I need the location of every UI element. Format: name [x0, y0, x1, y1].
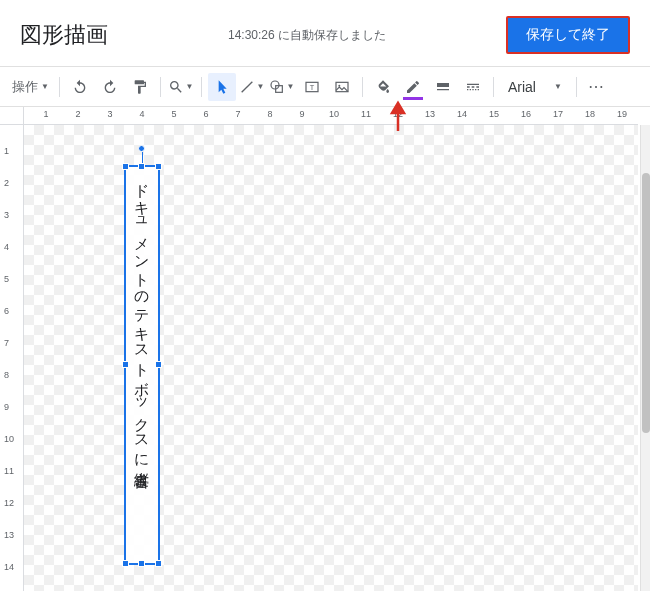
- dialog-header: 図形描画 14:30:26 に自動保存しました 保存して終了: [0, 0, 650, 67]
- paint-roller-icon: [132, 79, 148, 95]
- redo-button[interactable]: [96, 73, 124, 101]
- selected-text-shape[interactable]: ドキュメントのテキストボックスに縦書き: [124, 165, 160, 565]
- rotate-handle[interactable]: [138, 145, 145, 152]
- chevron-down-icon: ▼: [554, 82, 562, 91]
- select-tool-button[interactable]: [208, 73, 236, 101]
- horizontal-ruler[interactable]: 12345678910111213141516171819: [24, 107, 638, 125]
- shape-icon: [269, 79, 285, 95]
- canvas-area: 12345678910111213141516171819 1234567891…: [0, 107, 650, 591]
- image-icon: [334, 79, 350, 95]
- dialog-title: 図形描画: [20, 20, 108, 50]
- shape-tool-button[interactable]: ▼: [268, 73, 296, 101]
- paint-bucket-icon: [375, 79, 391, 95]
- separator: [362, 77, 363, 97]
- ruler-corner: [0, 107, 24, 125]
- resize-handle-e[interactable]: [155, 361, 162, 368]
- vertical-scrollbar[interactable]: [640, 125, 650, 591]
- vertical-ruler[interactable]: 1234567891011121314: [0, 125, 24, 591]
- save-and-close-button[interactable]: 保存して終了: [506, 16, 630, 54]
- more-icon: ⋯: [588, 77, 605, 96]
- chevron-down-icon: ▼: [41, 82, 49, 91]
- vertical-text-content[interactable]: ドキュメントのテキストボックスに縦書き: [126, 167, 157, 563]
- chevron-down-icon: ▼: [256, 82, 264, 91]
- separator: [59, 77, 60, 97]
- drawing-canvas[interactable]: ドキュメントのテキストボックスに縦書き: [24, 125, 638, 591]
- zoom-icon: [168, 79, 184, 95]
- chevron-down-icon: ▼: [286, 82, 294, 91]
- textbox-tool-button[interactable]: T: [298, 73, 326, 101]
- undo-icon: [72, 79, 88, 95]
- separator: [160, 77, 161, 97]
- border-weight-button[interactable]: [429, 73, 457, 101]
- zoom-button[interactable]: ▼: [167, 73, 195, 101]
- line-tool-button[interactable]: ▼: [238, 73, 266, 101]
- chevron-down-icon: ▼: [185, 82, 193, 91]
- color-indicator: [403, 97, 423, 100]
- svg-text:T: T: [310, 82, 315, 91]
- separator: [493, 77, 494, 97]
- textbox-icon: T: [304, 79, 320, 95]
- resize-handle-n[interactable]: [138, 163, 145, 170]
- cursor-icon: [214, 79, 230, 95]
- more-tools-button[interactable]: ⋯: [583, 73, 611, 101]
- pen-icon: [405, 79, 421, 95]
- autosave-status: 14:30:26 に自動保存しました: [108, 27, 506, 44]
- resize-handle-nw[interactable]: [122, 163, 129, 170]
- resize-handle-ne[interactable]: [155, 163, 162, 170]
- svg-point-0: [271, 81, 279, 89]
- border-dash-button[interactable]: [459, 73, 487, 101]
- line-weight-icon: [435, 79, 451, 95]
- scrollbar-thumb[interactable]: [642, 173, 650, 433]
- resize-handle-se[interactable]: [155, 560, 162, 567]
- border-color-button[interactable]: [399, 73, 427, 101]
- actions-menu[interactable]: 操作▼: [8, 78, 53, 96]
- separator: [201, 77, 202, 97]
- image-tool-button[interactable]: [328, 73, 356, 101]
- undo-button[interactable]: [66, 73, 94, 101]
- resize-handle-w[interactable]: [122, 361, 129, 368]
- separator: [576, 77, 577, 97]
- paint-format-button[interactable]: [126, 73, 154, 101]
- resize-handle-s[interactable]: [138, 560, 145, 567]
- fill-color-button[interactable]: [369, 73, 397, 101]
- toolbar: 操作▼ ▼ ▼ ▼ T: [0, 67, 650, 107]
- redo-icon: [102, 79, 118, 95]
- resize-handle-sw[interactable]: [122, 560, 129, 567]
- line-dash-icon: [465, 79, 481, 95]
- font-family-select[interactable]: Arial ▼: [500, 79, 570, 95]
- line-icon: [239, 79, 255, 95]
